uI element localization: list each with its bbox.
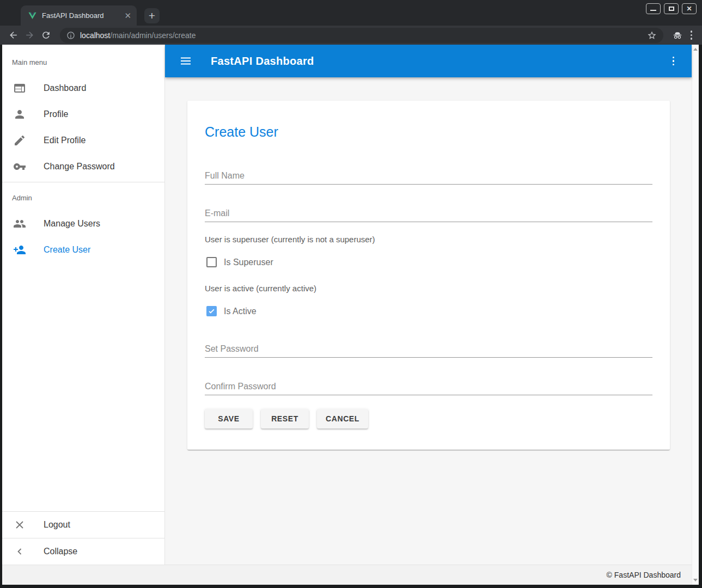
back-button[interactable]: [7, 29, 20, 42]
confirm-password-input[interactable]: [205, 381, 652, 391]
sidebar-item-create-user[interactable]: Create User: [2, 237, 164, 263]
superuser-checkbox[interactable]: [206, 257, 217, 267]
sidebar-item-label: Edit Profile: [44, 136, 86, 145]
sidebar-item-label: Logout: [44, 520, 70, 530]
incognito-icon: [671, 29, 684, 42]
full-name-input[interactable]: [205, 170, 652, 181]
sidebar: Main menu Dashboard Profile: [2, 45, 165, 565]
save-button[interactable]: SAVE: [205, 409, 253, 428]
sidebar-item-label: Collapse: [44, 547, 77, 556]
sidebar-bottom: Logout Collapse: [2, 511, 164, 565]
set-password-field-wrapper: [205, 344, 652, 358]
superuser-checkbox-label: Is Superuser: [224, 258, 273, 267]
full-name-field-wrapper: [205, 170, 652, 185]
web-icon: [13, 82, 26, 95]
sidebar-item-label: Profile: [44, 109, 68, 119]
people-icon: [13, 217, 26, 230]
chevron-left-icon: [13, 545, 26, 558]
site-info-icon[interactable]: [66, 31, 75, 40]
window-close-button[interactable]: ✕: [682, 3, 697, 14]
app-bar-menu-icon[interactable]: [669, 57, 678, 66]
sidebar-item-dashboard[interactable]: Dashboard: [2, 75, 164, 101]
bookmark-star-icon[interactable]: [647, 30, 657, 40]
forward-button[interactable]: [23, 29, 36, 42]
sidebar-item-edit-profile[interactable]: Edit Profile: [2, 127, 164, 154]
superuser-checkbox-row[interactable]: Is Superuser: [205, 257, 652, 267]
browser-tabstrip: FastAPI Dashboard ✕ + ✕: [0, 0, 702, 26]
sidebar-item-profile[interactable]: Profile: [2, 101, 164, 127]
active-checkbox-row[interactable]: Is Active: [205, 306, 652, 316]
email-input[interactable]: [205, 208, 652, 218]
key-icon: [13, 160, 26, 173]
main-area: FastAPI Dashboard Create User: [165, 45, 692, 565]
sidebar-item-collapse[interactable]: Collapse: [2, 538, 164, 565]
scrollbar-down-arrow[interactable]: [693, 579, 698, 581]
window-controls: ✕: [646, 3, 697, 14]
set-password-input[interactable]: [205, 344, 652, 354]
sidebar-item-label: Change Password: [44, 162, 115, 171]
person-add-icon: [13, 243, 26, 256]
person-icon: [13, 108, 26, 121]
new-tab-button[interactable]: +: [144, 8, 160, 23]
sidebar-section-admin: Admin: [2, 185, 164, 211]
window-minimize-button[interactable]: [646, 3, 661, 14]
page: Main menu Dashboard Profile: [2, 45, 699, 585]
scrollbar-up-arrow[interactable]: [693, 48, 698, 51]
url-text: localhost/main/admin/users/create: [80, 31, 196, 40]
reload-button[interactable]: [39, 29, 52, 42]
form-actions: SAVE RESET CANCEL: [205, 409, 652, 428]
app-bar-title: FastAPI Dashboard: [211, 55, 314, 68]
sidebar-item-label: Manage Users: [44, 219, 100, 229]
email-field-wrapper: [205, 208, 652, 222]
hamburger-menu-icon[interactable]: [179, 54, 192, 68]
app-bar: FastAPI Dashboard: [165, 45, 692, 77]
create-user-card: Create User User is superuser (currently…: [187, 101, 670, 450]
sidebar-section-main-menu: Main menu: [2, 49, 164, 75]
page-scrollbar[interactable]: [692, 45, 699, 585]
footer: © FastAPI Dashboard: [2, 565, 692, 585]
close-icon: [13, 518, 26, 531]
active-hint: User is active (currently active): [205, 284, 652, 293]
superuser-hint: User is superuser (currently is not a su…: [205, 235, 652, 244]
copyright-text: © FastAPI Dashboard: [607, 571, 681, 579]
reset-button[interactable]: RESET: [261, 409, 309, 428]
pencil-icon: [13, 134, 26, 147]
content-area: Create User User is superuser (currently…: [165, 77, 692, 565]
sidebar-divider: [2, 182, 164, 182]
browser-toolbar: localhost/main/admin/users/create: [0, 26, 702, 45]
confirm-password-field-wrapper: [205, 381, 652, 395]
cancel-button[interactable]: CANCEL: [317, 409, 368, 428]
sidebar-item-change-password[interactable]: Change Password: [2, 154, 164, 180]
tab-title: FastAPI Dashboard: [42, 11, 119, 20]
sidebar-item-manage-users[interactable]: Manage Users: [2, 211, 164, 237]
vue-logo-icon: [28, 11, 37, 20]
address-bar[interactable]: localhost/main/admin/users/create: [60, 28, 663, 43]
browser-tab[interactable]: FastAPI Dashboard ✕: [21, 5, 137, 26]
sidebar-item-label: Create User: [44, 245, 90, 255]
window-maximize-button[interactable]: [664, 3, 679, 14]
page-title: Create User: [205, 124, 652, 140]
active-checkbox[interactable]: [206, 306, 217, 316]
sidebar-item-label: Dashboard: [44, 83, 86, 93]
browser-window: FastAPI Dashboard ✕ + ✕ localhost/main/a…: [0, 0, 702, 588]
browser-menu-icon[interactable]: [687, 30, 696, 40]
active-checkbox-label: Is Active: [224, 307, 257, 316]
tab-close-icon[interactable]: ✕: [124, 11, 131, 20]
sidebar-item-logout[interactable]: Logout: [2, 512, 164, 538]
